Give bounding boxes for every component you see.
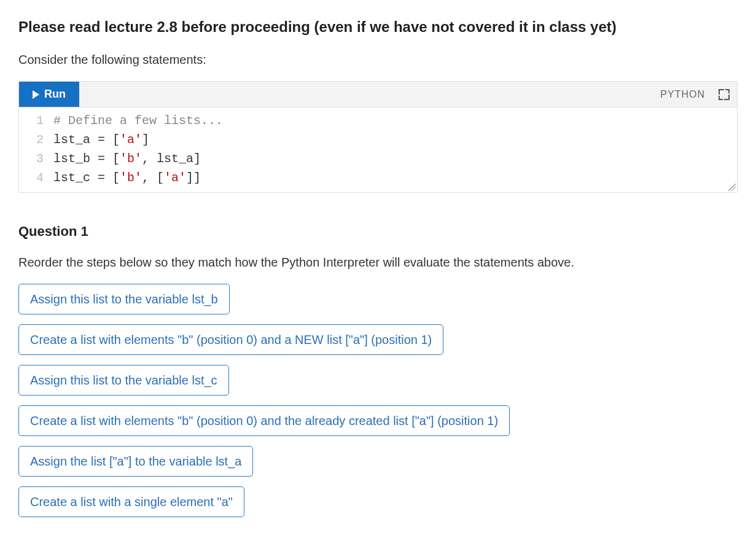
code-line: 4lst_c = ['b', ['a']] bbox=[19, 168, 737, 187]
intro-text: Consider the following statements: bbox=[18, 50, 738, 69]
expand-button[interactable] bbox=[711, 82, 737, 107]
header-spacer bbox=[79, 82, 654, 107]
line-number: 3 bbox=[19, 149, 53, 168]
language-label: PYTHON bbox=[654, 82, 711, 107]
code-line: 1# Define a few lists... bbox=[19, 111, 737, 130]
code-content: lst_b = ['b', lst_a] bbox=[53, 149, 201, 168]
reorder-item[interactable]: Assign this list to the variable lst_b bbox=[18, 284, 230, 314]
expand-icon bbox=[719, 89, 730, 100]
code-content: lst_a = ['a'] bbox=[53, 130, 149, 149]
code-line: 2lst_a = ['a'] bbox=[19, 130, 737, 149]
resize-handle-icon[interactable] bbox=[728, 184, 736, 191]
line-number: 1 bbox=[19, 111, 53, 130]
line-number: 4 bbox=[19, 168, 53, 187]
code-body[interactable]: 1# Define a few lists...2lst_a = ['a']3l… bbox=[19, 107, 737, 192]
code-block: Run PYTHON 1# Define a few lists...2lst_… bbox=[18, 81, 738, 193]
code-line: 3lst_b = ['b', lst_a] bbox=[19, 149, 737, 168]
code-content: lst_c = ['b', ['a']] bbox=[53, 168, 201, 187]
reorder-item[interactable]: Create a list with elements "b" (positio… bbox=[18, 405, 510, 436]
question-prompt: Reorder the steps below so they match ho… bbox=[18, 253, 738, 271]
run-label: Run bbox=[44, 88, 66, 101]
code-header: Run PYTHON bbox=[19, 82, 737, 107]
run-button[interactable]: Run bbox=[19, 82, 79, 107]
question-title: Question 1 bbox=[18, 224, 738, 240]
reorder-item[interactable]: Create a list with a single element "a" bbox=[18, 486, 244, 517]
reorder-item[interactable]: Assign the list ["a"] to the variable ls… bbox=[18, 446, 253, 477]
reorder-list: Assign this list to the variable lst_bCr… bbox=[18, 284, 738, 517]
reorder-item[interactable]: Create a list with elements "b" (positio… bbox=[18, 324, 443, 355]
section-title: Please read lecture 2.8 before proceedin… bbox=[18, 18, 738, 36]
reorder-item[interactable]: Assign this list to the variable lst_c bbox=[18, 365, 229, 396]
line-number: 2 bbox=[19, 130, 53, 149]
play-icon bbox=[33, 90, 39, 99]
code-content: # Define a few lists... bbox=[53, 111, 223, 130]
